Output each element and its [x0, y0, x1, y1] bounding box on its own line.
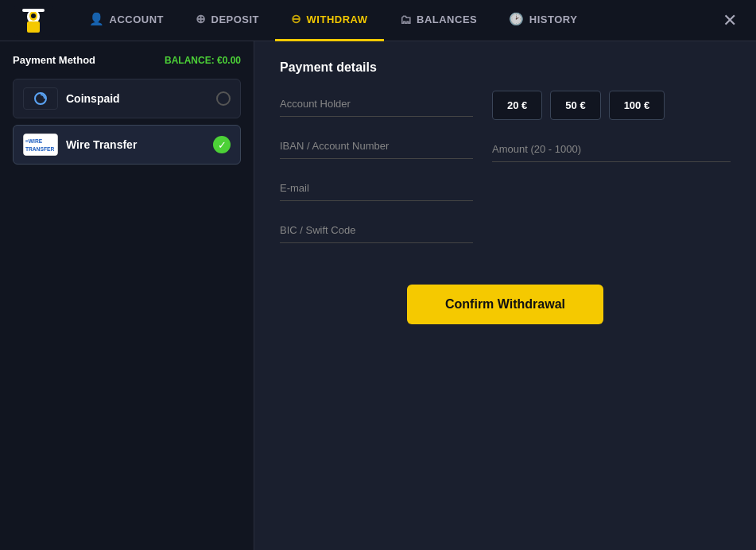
balance-label: BALANCE: €0.00 [165, 55, 241, 66]
nav-history[interactable]: 🕑 HISTORY [493, 0, 593, 41]
coinspaid-logo [23, 87, 58, 110]
top-nav: 👤 ACCOUNT ⊕ DEPOSIT ⊖ WITHDRAW 🗂 BALANCE… [0, 0, 756, 41]
quick-amounts: 20 € 50 € 100 € [492, 91, 731, 120]
quick-amount-20[interactable]: 20 € [492, 91, 542, 120]
nav-balances-label: BALANCES [417, 14, 477, 25]
withdraw-icon: ⊖ [291, 12, 302, 26]
confirm-button[interactable]: Confirm Withdrawal [407, 285, 603, 324]
svg-text:TRANSFER: TRANSFER [25, 146, 55, 152]
form-section [280, 91, 473, 259]
svg-rect-4 [22, 9, 45, 12]
main-content: Payment Method BALANCE: €0.00 Coinspaid … [0, 41, 756, 550]
balances-icon: 🗂 [400, 13, 413, 26]
payment-method-coinspaid[interactable]: Coinspaid [13, 79, 241, 118]
sidebar-title: Payment Method [13, 54, 95, 66]
nav-balances[interactable]: 🗂 BALANCES [384, 0, 494, 41]
quick-amount-50[interactable]: 50 € [550, 91, 600, 120]
svg-rect-8 [24, 134, 57, 156]
bic-input[interactable] [280, 217, 473, 243]
close-button[interactable]: ✕ [716, 9, 743, 33]
account-holder-input[interactable] [280, 91, 473, 117]
right-panel: Payment details 20 € [254, 41, 756, 550]
iban-field [280, 133, 473, 159]
iban-input[interactable] [280, 133, 473, 159]
nav-items: 👤 ACCOUNT ⊕ DEPOSIT ⊖ WITHDRAW 🗂 BALANCE… [73, 0, 716, 41]
account-holder-field [280, 91, 473, 117]
deposit-icon: ⊕ [196, 12, 207, 26]
nav-account-label: ACCOUNT [110, 14, 165, 25]
sidebar: Payment Method BALANCE: €0.00 Coinspaid … [0, 41, 254, 550]
form-and-amount: 20 € 50 € 100 € [280, 91, 731, 259]
nav-withdraw-label: WITHDRAW [307, 14, 368, 25]
nav-deposit-label: DEPOSIT [211, 14, 260, 25]
nav-withdraw[interactable]: ⊖ WITHDRAW [275, 0, 383, 41]
email-field [280, 175, 473, 201]
amount-input[interactable] [492, 136, 731, 162]
coinspaid-name: Coinspaid [66, 92, 208, 105]
bic-field [280, 217, 473, 243]
payment-method-wiretransfer[interactable]: ≡WIRE TRANSFER Wire Transfer ✓ [13, 125, 241, 165]
email-input[interactable] [280, 175, 473, 201]
panel-title: Payment details [280, 60, 731, 75]
quick-amount-100[interactable]: 100 € [609, 91, 665, 120]
wiretransfer-check: ✓ [213, 136, 231, 153]
amount-section: 20 € 50 € 100 € [492, 91, 731, 162]
svg-text:≡WIRE: ≡WIRE [25, 138, 43, 144]
nav-deposit[interactable]: ⊕ DEPOSIT [180, 0, 275, 41]
nav-history-label: HISTORY [529, 14, 578, 25]
wiretransfer-name: Wire Transfer [66, 138, 205, 151]
nav-account[interactable]: 👤 ACCOUNT [73, 0, 180, 41]
history-icon: 🕑 [509, 12, 525, 26]
svg-rect-3 [27, 21, 40, 33]
wiretransfer-logo: ≡WIRE TRANSFER [23, 134, 58, 156]
account-icon: 👤 [89, 12, 105, 26]
svg-point-5 [31, 14, 36, 18]
confirm-section: Confirm Withdrawal [280, 285, 731, 324]
coinspaid-radio [216, 91, 231, 106]
sidebar-header: Payment Method BALANCE: €0.00 [13, 54, 241, 66]
logo[interactable] [13, 5, 54, 37]
